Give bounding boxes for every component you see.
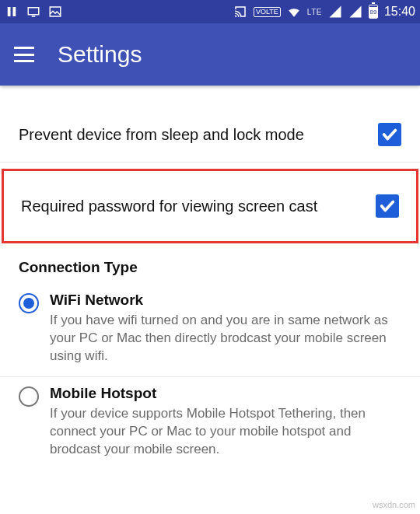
- svg-rect-0: [8, 7, 11, 16]
- option-title: Mobile Hotspot: [50, 385, 401, 402]
- checkbox-checked-icon[interactable]: [378, 123, 401, 146]
- image-icon: [48, 5, 62, 19]
- menu-icon[interactable]: [14, 47, 34, 62]
- section-connection-type: Connection Type: [0, 243, 420, 284]
- radio-unchecked-icon[interactable]: [19, 386, 39, 407]
- checkbox-checked-icon[interactable]: [376, 194, 399, 218]
- option-mobile-hotspot[interactable]: Mobile Hotspot If your device supports M…: [0, 377, 420, 470]
- setting-label: Prevent device from sleep and lock mode: [19, 126, 366, 144]
- radio-checked-icon[interactable]: [19, 293, 39, 313]
- settings-list: Prevent device from sleep and lock mode …: [0, 86, 420, 470]
- setting-prevent-sleep[interactable]: Prevent device from sleep and lock mode: [0, 107, 420, 163]
- pause-icon: [5, 5, 19, 19]
- option-wifi-network[interactable]: WiFi Network If you have wifi turned on …: [0, 284, 420, 377]
- option-description: If you have wifi turned on and you are i…: [50, 312, 401, 365]
- setting-label: Required password for viewing screen cas…: [21, 198, 363, 215]
- wifi-icon: [287, 5, 301, 19]
- battery-level: 89: [369, 7, 377, 18]
- signal-2-icon: [348, 5, 362, 19]
- app-bar: Settings: [0, 23, 420, 86]
- chromecast-icon: [233, 5, 247, 19]
- status-bar: VOLTE LTE 89 15:40: [0, 0, 420, 23]
- page-title: Settings: [58, 41, 142, 68]
- watermark: wsxdn.com: [373, 500, 415, 509]
- setting-require-password[interactable]: Required password for viewing screen cas…: [2, 169, 418, 243]
- svg-rect-2: [28, 8, 39, 15]
- cast-icon: [26, 5, 40, 19]
- signal-1-icon: [328, 5, 342, 19]
- option-title: WiFi Network: [50, 292, 401, 309]
- svg-rect-1: [13, 7, 16, 16]
- option-description: If your device supports Mobile Hotspot T…: [50, 405, 401, 459]
- lte-label: LTE: [307, 8, 322, 16]
- clock: 15:40: [384, 5, 415, 19]
- battery-icon: 89: [369, 5, 378, 19]
- volte-badge: VOLTE: [254, 7, 281, 17]
